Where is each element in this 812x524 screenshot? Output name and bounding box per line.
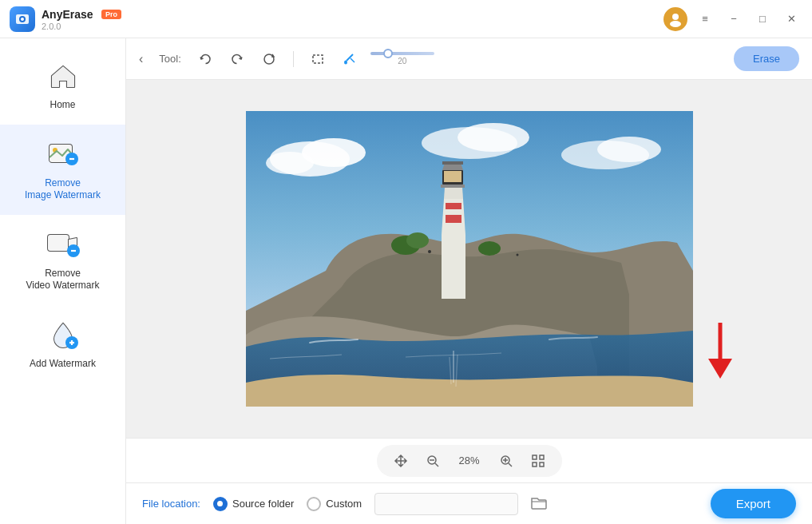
file-location-label: File location: bbox=[142, 498, 200, 510]
sidebar-remove-image-watermark-label: RemoveImage Watermark bbox=[25, 177, 101, 202]
sidebar-home-label: Home bbox=[50, 99, 75, 112]
custom-radio[interactable] bbox=[307, 497, 321, 511]
canvas-area[interactable] bbox=[126, 80, 812, 438]
svg-marker-53 bbox=[708, 359, 732, 379]
titlebar: AnyErase Pro 2.0.0 ≡ − □ ✕ bbox=[0, 0, 812, 38]
svg-rect-62 bbox=[540, 455, 544, 459]
sidebar-item-remove-video-watermark[interactable]: RemoveVideo Watermark bbox=[0, 215, 125, 305]
tool-label: Tool: bbox=[159, 53, 180, 65]
remove-image-watermark-icon bbox=[46, 137, 81, 173]
brush-button[interactable] bbox=[339, 48, 361, 70]
rect-select-button[interactable] bbox=[307, 48, 329, 70]
svg-rect-63 bbox=[533, 462, 537, 466]
svg-point-30 bbox=[457, 123, 529, 152]
app-logo bbox=[10, 6, 35, 32]
custom-label: Custom bbox=[326, 498, 362, 510]
rotate-button[interactable] bbox=[258, 48, 280, 70]
folder-browse-button[interactable] bbox=[531, 495, 547, 513]
maximize-button[interactable]: □ bbox=[751, 8, 774, 30]
titlebar-controls: ≡ − □ ✕ bbox=[663, 7, 802, 31]
erase-button[interactable]: Erase bbox=[734, 46, 799, 71]
svg-rect-37 bbox=[446, 203, 461, 209]
menu-button[interactable]: ≡ bbox=[694, 8, 716, 30]
sidebar: Home RemoveImage Watermark bbox=[0, 38, 126, 524]
svg-rect-61 bbox=[533, 455, 537, 459]
svg-rect-42 bbox=[441, 185, 465, 188]
app-version: 2.0.0 bbox=[42, 22, 121, 31]
svg-line-24 bbox=[351, 58, 355, 62]
zoom-controls: 28% bbox=[126, 438, 812, 482]
add-watermark-icon bbox=[46, 318, 81, 353]
svg-point-3 bbox=[672, 14, 679, 20]
export-button[interactable]: Export bbox=[711, 489, 796, 518]
toolbar-separator-1 bbox=[293, 51, 294, 67]
image-container bbox=[246, 111, 693, 407]
svg-rect-33 bbox=[442, 235, 465, 299]
app-name-group: AnyErase Pro 2.0.0 bbox=[42, 7, 121, 31]
svg-rect-36 bbox=[446, 215, 461, 223]
svg-point-28 bbox=[266, 152, 314, 174]
main-layout: Home RemoveImage Watermark bbox=[0, 38, 812, 524]
zoom-level: 28% bbox=[454, 455, 485, 466]
minimize-button[interactable]: − bbox=[723, 8, 745, 30]
toolbar: ‹ Tool: 20 bbox=[126, 38, 812, 80]
source-folder-radio[interactable] bbox=[213, 497, 228, 511]
sidebar-remove-video-watermark-label: RemoveVideo Watermark bbox=[26, 268, 99, 292]
svg-line-55 bbox=[435, 463, 438, 466]
sidebar-add-watermark-label: Add Watermark bbox=[30, 358, 96, 371]
zoom-out-button[interactable] bbox=[422, 450, 444, 472]
file-location-bar: File location: Source folder Custom Expo… bbox=[126, 482, 812, 524]
svg-rect-39 bbox=[444, 171, 461, 182]
source-folder-option[interactable]: Source folder bbox=[213, 497, 294, 511]
content-area: ‹ Tool: 20 bbox=[126, 38, 812, 524]
pro-badge: Pro bbox=[101, 10, 121, 19]
svg-rect-64 bbox=[540, 462, 544, 466]
close-button[interactable]: ✕ bbox=[780, 8, 802, 30]
svg-point-23 bbox=[344, 60, 347, 64]
home-icon bbox=[46, 59, 81, 94]
pan-tool-button[interactable] bbox=[390, 450, 412, 472]
svg-point-44 bbox=[406, 232, 429, 248]
arrow-indicator bbox=[696, 319, 744, 386]
brush-size-control[interactable]: 20 bbox=[370, 52, 434, 66]
svg-rect-41 bbox=[442, 161, 463, 165]
svg-point-32 bbox=[597, 137, 661, 162]
user-avatar[interactable] bbox=[663, 7, 687, 31]
svg-point-4 bbox=[670, 21, 681, 27]
custom-path-input[interactable] bbox=[374, 493, 518, 515]
svg-point-45 bbox=[478, 241, 501, 256]
back-button[interactable]: ‹ bbox=[139, 52, 143, 66]
svg-rect-13 bbox=[48, 235, 69, 251]
svg-line-58 bbox=[509, 463, 512, 466]
app-name: AnyErase bbox=[42, 8, 93, 21]
svg-point-46 bbox=[428, 250, 431, 253]
zoom-controls-inner: 28% bbox=[377, 445, 562, 477]
sidebar-item-remove-image-watermark[interactable]: RemoveImage Watermark bbox=[0, 125, 125, 215]
svg-rect-21 bbox=[313, 55, 323, 63]
fit-button[interactable] bbox=[527, 450, 549, 472]
source-folder-label: Source folder bbox=[232, 498, 294, 510]
svg-point-2 bbox=[21, 18, 24, 21]
custom-option[interactable]: Custom bbox=[307, 497, 362, 511]
sidebar-item-home[interactable]: Home bbox=[0, 46, 125, 125]
brush-size-label: 20 bbox=[398, 57, 406, 66]
undo-button[interactable] bbox=[194, 48, 216, 70]
remove-video-watermark-icon bbox=[46, 228, 81, 263]
redo-button[interactable] bbox=[226, 48, 248, 70]
svg-point-47 bbox=[516, 254, 518, 256]
svg-marker-6 bbox=[52, 66, 74, 87]
sidebar-item-add-watermark[interactable]: Add Watermark bbox=[0, 305, 125, 383]
zoom-in-button[interactable] bbox=[495, 450, 517, 472]
